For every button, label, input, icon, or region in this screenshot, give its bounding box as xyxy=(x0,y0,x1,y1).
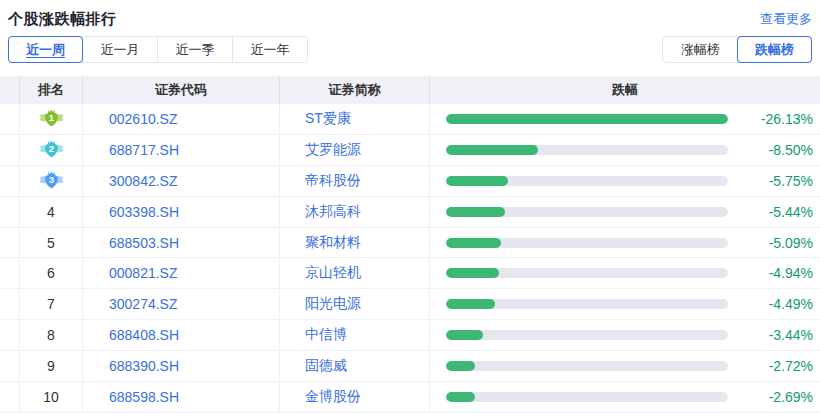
stock-code[interactable]: 300274.SZ xyxy=(83,289,280,319)
change-bar-fill xyxy=(446,392,475,402)
stock-name[interactable]: ST爱康 xyxy=(280,104,430,134)
change-value: -5.44% xyxy=(741,204,813,220)
table-row[interactable]: 10 688598.SH 金博股份 -2.69% xyxy=(0,382,820,413)
change-bar-track xyxy=(446,330,728,340)
change-value: -2.69% xyxy=(741,389,813,405)
change-cell: -4.94% xyxy=(430,258,820,288)
change-bar-track xyxy=(446,268,728,278)
rank-medal-icon: 2 xyxy=(38,140,65,160)
row-spacer xyxy=(0,135,20,165)
rank-cell: 10 xyxy=(20,382,83,412)
stock-name[interactable]: 金博股份 xyxy=(280,382,430,412)
table-row[interactable]: 9 688390.SH 固德威 -2.72% xyxy=(0,351,820,382)
stock-code[interactable]: 002610.SZ xyxy=(83,104,280,134)
stock-code[interactable]: 688717.SH xyxy=(83,135,280,165)
stock-code[interactable]: 688598.SH xyxy=(83,382,280,412)
rank-cell: 8 xyxy=(20,320,83,350)
change-bar-fill xyxy=(446,299,495,309)
rank-cell: 9 xyxy=(20,351,83,381)
change-bar-fill xyxy=(446,330,483,340)
change-bar-track xyxy=(446,299,728,309)
board-toggle-group: 涨幅榜跌幅榜 xyxy=(662,36,812,63)
stock-code[interactable]: 688503.SH xyxy=(83,228,280,258)
table-header-row: 排名 证券代码 证券简称 跌幅 xyxy=(0,76,820,104)
row-spacer xyxy=(0,228,20,258)
change-bar-track xyxy=(446,176,728,186)
view-more-link[interactable]: 查看更多 xyxy=(760,10,812,27)
row-spacer xyxy=(0,289,20,319)
row-spacer xyxy=(0,258,20,288)
change-cell: -26.13% xyxy=(430,104,820,134)
column-header-change: 跌幅 xyxy=(430,76,820,104)
stock-name[interactable]: 固德威 xyxy=(280,351,430,381)
stock-name[interactable]: 沐邦高科 xyxy=(280,197,430,227)
change-cell: -8.50% xyxy=(430,135,820,165)
column-header-name: 证券简称 xyxy=(280,76,430,104)
stock-code[interactable]: 688408.SH xyxy=(83,320,280,350)
change-value: -2.72% xyxy=(741,358,813,374)
change-value: -5.75% xyxy=(741,173,813,189)
svg-text:3: 3 xyxy=(48,174,53,185)
row-spacer xyxy=(0,351,20,381)
stock-code[interactable]: 000821.SZ xyxy=(83,258,280,288)
change-cell: -5.75% xyxy=(430,166,820,196)
change-bar-track xyxy=(446,145,728,155)
controls-row: 近一周近一月近一季近一年 涨幅榜跌幅榜 xyxy=(8,36,812,63)
change-value: -3.44% xyxy=(741,327,813,343)
period-tab-0[interactable]: 近一周 xyxy=(8,36,83,63)
period-tab-1[interactable]: 近一月 xyxy=(82,37,157,62)
stock-name[interactable]: 艾罗能源 xyxy=(280,135,430,165)
widget-header: 个股涨跌幅排行 查看更多 xyxy=(0,0,820,27)
rank-medal-icon: 3 xyxy=(38,171,65,191)
change-cell: -2.72% xyxy=(430,351,820,381)
table-row[interactable]: 7 300274.SZ 阳光电源 -4.49% xyxy=(0,289,820,320)
header-spacer xyxy=(0,76,20,104)
change-bar-fill xyxy=(446,207,505,217)
table-body: 1 002610.SZ ST爱康 -26.13% 2 688717.SH 艾罗能… xyxy=(0,104,820,413)
change-cell: -4.49% xyxy=(430,289,820,319)
change-cell: -2.69% xyxy=(430,382,820,412)
change-bar-fill xyxy=(446,114,728,124)
row-spacer xyxy=(0,320,20,350)
table-row[interactable]: 5 688503.SH 聚和材料 -5.09% xyxy=(0,228,820,259)
rank-cell: 3 xyxy=(20,166,83,196)
table-row[interactable]: 8 688408.SH 中信博 -3.44% xyxy=(0,320,820,351)
change-value: -4.49% xyxy=(741,296,813,312)
table-row[interactable]: 2 688717.SH 艾罗能源 -8.50% xyxy=(0,135,820,166)
rank-medal-icon: 1 xyxy=(38,109,65,129)
rank-cell: 7 xyxy=(20,289,83,319)
row-spacer xyxy=(0,166,20,196)
change-bar-track xyxy=(446,392,728,402)
table-row[interactable]: 4 603398.SH 沐邦高科 -5.44% xyxy=(0,197,820,228)
stock-name[interactable]: 帝科股份 xyxy=(280,166,430,196)
stock-code[interactable]: 688390.SH xyxy=(83,351,280,381)
rank-cell: 5 xyxy=(20,228,83,258)
rank-cell: 6 xyxy=(20,258,83,288)
rank-cell: 4 xyxy=(20,197,83,227)
change-value: -8.50% xyxy=(741,142,813,158)
row-spacer xyxy=(0,382,20,412)
board-toggle-item-0[interactable]: 涨幅榜 xyxy=(663,37,738,62)
stock-name[interactable]: 京山轻机 xyxy=(280,258,430,288)
change-bar-track xyxy=(446,361,728,371)
stock-code[interactable]: 603398.SH xyxy=(83,197,280,227)
svg-text:2: 2 xyxy=(48,143,53,154)
column-header-rank: 排名 xyxy=(20,76,83,104)
rank-cell: 1 xyxy=(20,104,83,134)
board-toggle-item-1[interactable]: 跌幅榜 xyxy=(737,36,812,63)
table-row[interactable]: 6 000821.SZ 京山轻机 -4.94% xyxy=(0,258,820,289)
table-row[interactable]: 3 300842.SZ 帝科股份 -5.75% xyxy=(0,166,820,197)
change-cell: -3.44% xyxy=(430,320,820,350)
stock-name[interactable]: 阳光电源 xyxy=(280,289,430,319)
stock-name[interactable]: 聚和材料 xyxy=(280,228,430,258)
stock-code[interactable]: 300842.SZ xyxy=(83,166,280,196)
row-spacer xyxy=(0,197,20,227)
change-bar-fill xyxy=(446,361,475,371)
table-row[interactable]: 1 002610.SZ ST爱康 -26.13% xyxy=(0,104,820,135)
svg-text:1: 1 xyxy=(48,112,54,123)
period-tab-3[interactable]: 近一年 xyxy=(232,37,307,62)
rank-cell: 2 xyxy=(20,135,83,165)
change-bar-track xyxy=(446,114,728,124)
period-tab-2[interactable]: 近一季 xyxy=(157,37,232,62)
stock-name[interactable]: 中信博 xyxy=(280,320,430,350)
